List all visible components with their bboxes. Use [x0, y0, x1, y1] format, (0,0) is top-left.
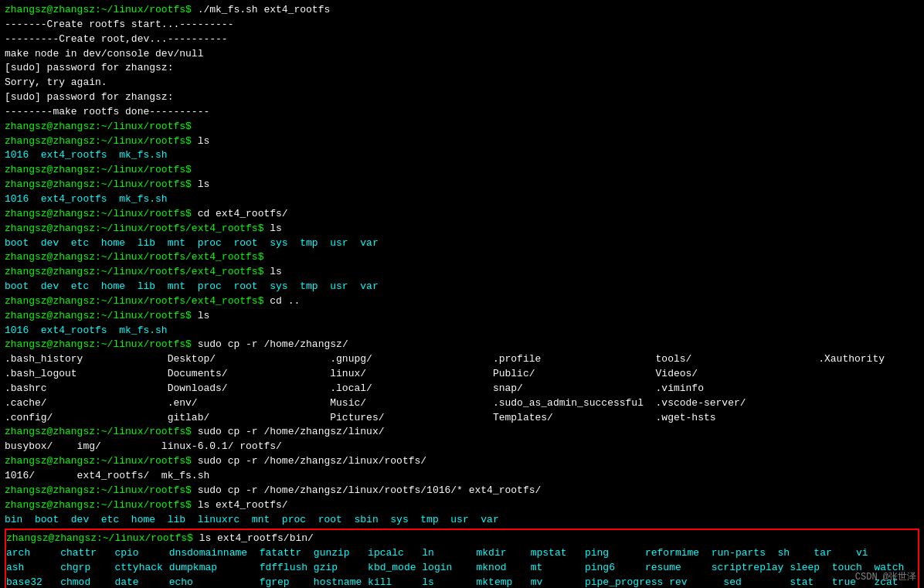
bin-row-2: ash chgrp cttyhack dumpkmap fdfflush gzi…: [6, 561, 918, 576]
line-25: .bash_history Desktop/ .gnupg/ .profile …: [5, 352, 919, 367]
line-21: zhangsz@zhangsz:~/linux/rootfs/ext4_root…: [5, 294, 919, 309]
line-1: zhangsz@zhangsz:~/linux/rootfs$ ./mk_fs.…: [5, 3, 919, 18]
line-32: zhangsz@zhangsz:~/linux/rootfs$ sudo cp …: [5, 454, 919, 469]
line-12: zhangsz@zhangsz:~/linux/rootfs$: [5, 163, 919, 178]
line-36: bin boot dev etc home lib linuxrc mnt pr…: [5, 513, 919, 528]
bin-row-1: arch chattr cpio dnsdomainname fatattr g…: [6, 546, 918, 561]
line-16: zhangsz@zhangsz:~/linux/rootfs/ext4_root…: [5, 222, 919, 236]
line-19: zhangsz@zhangsz:~/linux/rootfs/ext4_root…: [5, 265, 919, 280]
line-13: zhangsz@zhangsz:~/linux/rootfs$ ls: [5, 178, 919, 192]
line-24: zhangsz@zhangsz:~/linux/rootfs$ sudo cp …: [5, 338, 919, 352]
line-8: --------make rootfs done----------: [5, 105, 919, 120]
line-22: zhangsz@zhangsz:~/linux/rootfs$ ls: [5, 309, 919, 324]
line-34: zhangsz@zhangsz:~/linux/rootfs$ sudo cp …: [5, 484, 919, 498]
line-9: zhangsz@zhangsz:~/linux/rootfs$: [5, 120, 919, 134]
line-23: 1016 ext4_rootfs mk_fs.sh: [5, 324, 919, 338]
line-3: ---------Create root,dev...----------: [5, 32, 919, 47]
line-5: [sudo] password for zhangsz:: [5, 61, 919, 76]
line-4: make node in dev/console dev/null: [5, 47, 919, 62]
line-29: .config/ gitlab/ Pictures/ Templates/ .w…: [5, 411, 919, 426]
line-14: 1016 ext4_rootfs mk_fs.sh: [5, 192, 919, 207]
line-15: zhangsz@zhangsz:~/linux/rootfs$ cd ext4_…: [5, 207, 919, 222]
line-2: -------Create rootfs start...---------: [5, 18, 919, 32]
line-26: .bash_logout Documents/ linux/ Public/ V…: [5, 367, 919, 382]
line-33: 1016/ ext4_rootfs/ mk_fs.sh: [5, 469, 919, 484]
line-7: [sudo] password for zhangsz:: [5, 90, 919, 105]
line-30: zhangsz@zhangsz:~/linux/rootfs$ sudo cp …: [5, 425, 919, 440]
line-20: boot dev etc home lib mnt proc root sys …: [5, 280, 919, 294]
line-27: .bashrc Downloads/ .local/ snap/ .viminf…: [5, 382, 919, 396]
line-10: zhangsz@zhangsz:~/linux/rootfs$ ls: [5, 134, 919, 149]
line-31: busybox/ img/ linux-6.0.1/ rootfs/: [5, 440, 919, 454]
highlighted-section: zhangsz@zhangsz:~/linux/rootfs$ ls ext4_…: [5, 529, 919, 588]
line-35: zhangsz@zhangsz:~/linux/rootfs$ ls ext4_…: [5, 498, 919, 513]
bin-row-3: base32 chmod date echo fgrep hostname ki…: [6, 576, 918, 588]
line-18: zhangsz@zhangsz:~/linux/rootfs/ext4_root…: [5, 250, 919, 265]
line-28: .cache/ .env/ Music/ .sudo_as_admin_succ…: [5, 396, 919, 411]
line-6: Sorry, try again.: [5, 76, 919, 90]
watermark: CSDN @张世泽: [855, 570, 916, 583]
line-17: boot dev etc home lib mnt proc root sys …: [5, 236, 919, 251]
line-11: 1016 ext4_rootfs mk_fs.sh: [5, 148, 919, 163]
bin-ls-prompt: zhangsz@zhangsz:~/linux/rootfs$ ls ext4_…: [6, 532, 918, 546]
terminal: zhangsz@zhangsz:~/linux/rootfs$ ./mk_fs.…: [0, 0, 924, 588]
